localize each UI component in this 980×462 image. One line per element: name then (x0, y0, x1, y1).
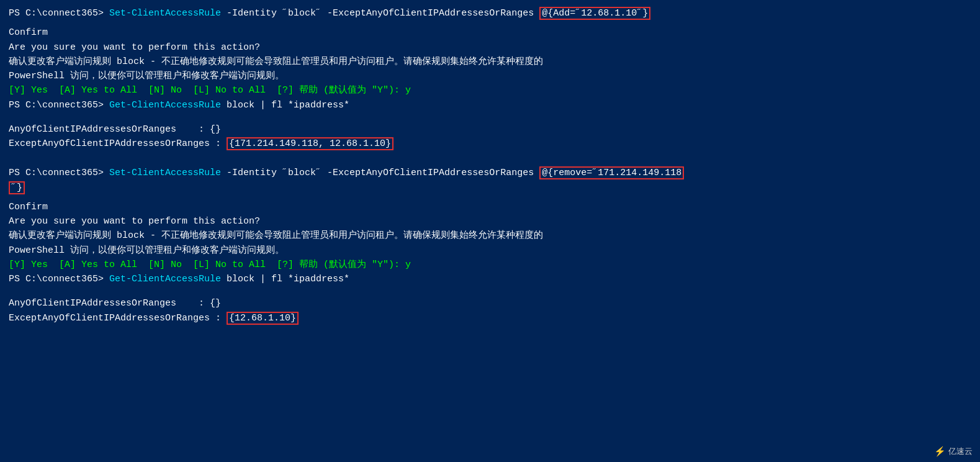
line-except-1: ExceptAnyOfClientIPAddressesOrRanges : {… (9, 137, 971, 151)
line-get-1: PS C:\connect365> Get-ClientAccessRule b… (9, 98, 971, 112)
line-confirm-4: Are you sure you want to perform this ac… (9, 214, 971, 229)
watermark-icon: ⚡ (934, 446, 946, 457)
line-confirm-1: Confirm (9, 25, 971, 40)
line-2b: ˝} (9, 181, 971, 195)
line-chinese-1: 确认更改客户端访问规则 block - 不正确地修改规则可能会导致阻止管理员和用… (9, 55, 971, 69)
line-confirm-2: Are you sure you want to perform this ac… (9, 40, 971, 55)
line-yn-1: [Y] Yes [A] Yes to All [N] No [L] No to … (9, 83, 971, 97)
line-2: PS C:\connect365> Set-ClientAccessRule -… (9, 166, 971, 180)
terminal-window: PS C:\connect365> Set-ClientAccessRule -… (0, 0, 980, 332)
line-confirm-3: Confirm (9, 200, 971, 214)
line-get-2: PS C:\connect365> Get-ClientAccessRule b… (9, 272, 971, 286)
line-yn-2: [Y] Yes [A] Yes to All [N] No [L] No to … (9, 258, 971, 272)
line-chinese-2: PowerShell 访问，以便你可以管理租户和修改客户端访问规则。 (9, 69, 971, 83)
line-chinese-4: PowerShell 访问，以便你可以管理租户和修改客户端访问规则。 (9, 243, 971, 258)
line-chinese-3: 确认更改客户端访问规则 block - 不正确地修改规则可能会导致阻止管理员和用… (9, 229, 971, 243)
line-except-2: ExceptAnyOfClientIPAddressesOrRanges : {… (9, 311, 971, 325)
line-1: PS C:\connect365> Set-ClientAccessRule -… (9, 6, 971, 20)
watermark: ⚡ 亿速云 (934, 446, 973, 457)
watermark-text: 亿速云 (948, 446, 973, 457)
line-any-2: AnyOfClientIPAddressesOrRanges : {} (9, 296, 971, 310)
line-any-1: AnyOfClientIPAddressesOrRanges : {} (9, 122, 971, 137)
